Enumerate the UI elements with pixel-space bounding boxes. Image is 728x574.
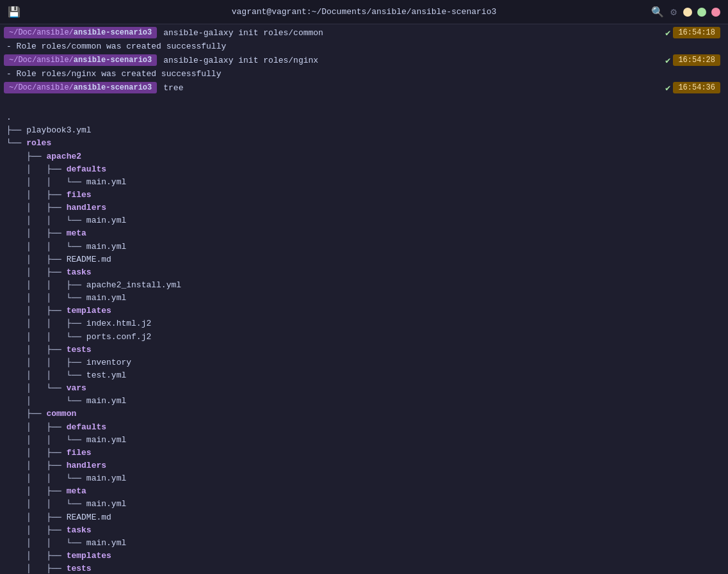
window-controls <box>683 8 720 17</box>
tree-line: │ │ └── main.yml <box>6 435 126 445</box>
command-row-1: ~/Doc/ansible/ansible-scenario3 ansible-… <box>0 24 728 41</box>
tree-line: │ ├── tests <box>6 564 92 573</box>
command-text-2: ansible-galaxy init roles/nginx <box>161 56 665 65</box>
titlebar-left: 💾 <box>8 6 20 19</box>
tree-line: │ ├── handlers <box>6 461 106 470</box>
tree-line: │ ├── defaults <box>6 164 106 174</box>
tree-line: │ │ └── main.yml <box>6 293 126 303</box>
tree-line: ├── common <box>6 409 76 419</box>
output-line-2: - Role roles/nginx was created successfu… <box>0 68 728 79</box>
search-icon[interactable]: 🔍 <box>651 6 664 19</box>
tree-line: │ ├── README.md <box>6 513 111 522</box>
tree-line: │ ├── defaults <box>6 422 106 432</box>
tree-line: │ ├── README.md <box>6 255 111 264</box>
tree-line: │ ├── tasks <box>6 267 92 277</box>
tree-line: │ ├── handlers <box>6 203 106 212</box>
command-text-3: tree <box>161 83 665 93</box>
terminal: ~/Doc/ansible/ansible-scenario3 ansible-… <box>0 24 728 574</box>
tree-output: . ├── playbook3.yml └── roles ├── apache… <box>0 96 728 574</box>
time-badge-2: 16:54:28 <box>673 54 720 66</box>
check-icon-2: ✔ <box>665 55 670 66</box>
tree-line: │ ├── templates <box>6 306 111 315</box>
tree-line: │ │ └── main.yml <box>6 177 126 187</box>
tree-line: │ │ └── main.yml <box>6 499 126 509</box>
tree-root: . <box>6 113 12 122</box>
tree-line: │ ├── meta <box>6 228 86 238</box>
minimize-button[interactable] <box>683 8 692 17</box>
command-text-1: ansible-galaxy init roles/common <box>161 28 665 38</box>
tree-line: │ └── vars <box>6 383 86 393</box>
tree-line: │ │ └── main.yml <box>6 216 126 225</box>
filter-icon[interactable]: ⚙ <box>670 6 677 19</box>
tree-line: │ ├── tests <box>6 345 92 355</box>
tree-line: │ └── main.yml <box>6 396 126 406</box>
tree-line: ├── apache2 <box>6 152 81 161</box>
prompt-badge-3: ~/Doc/ansible/ansible-scenario3 <box>4 82 157 93</box>
check-icon-3: ✔ <box>665 83 670 93</box>
tree-line: │ │ └── main.yml <box>6 242 126 251</box>
tree-line: │ │ ├── inventory <box>6 358 131 367</box>
tree-line: │ │ └── ports.conf.j2 <box>6 332 151 342</box>
prompt-badge-1: ~/Doc/ansible/ansible-scenario3 <box>4 27 157 38</box>
tree-line: │ ├── files <box>6 448 92 458</box>
save-icon[interactable]: 💾 <box>8 6 20 19</box>
tree-line: │ │ ├── index.html.j2 <box>6 319 151 328</box>
output-line-1: - Role roles/common was created successf… <box>0 41 728 52</box>
time-badge-3: 16:54:36 <box>673 82 720 93</box>
tree-line: │ ├── templates <box>6 551 111 561</box>
command-row-2: ~/Doc/ansible/ansible-scenario3 ansible-… <box>0 52 728 68</box>
maximize-button[interactable] <box>697 8 706 17</box>
tree-line: │ │ └── main.yml <box>6 474 126 483</box>
tree-line: │ │ ├── apache2_install.yml <box>6 280 181 290</box>
titlebar: 💾 vagrant@vagrant:~/Documents/ansible/an… <box>0 0 728 24</box>
tree-line: │ ├── meta <box>6 486 86 496</box>
prompt-badge-2: ~/Doc/ansible/ansible-scenario3 <box>4 54 157 66</box>
tree-line: │ │ └── test.yml <box>6 371 126 380</box>
tree-line: ├── playbook3.yml <box>6 125 92 135</box>
tree-line: │ │ └── main.yml <box>6 538 126 548</box>
tree-line: └── roles <box>6 138 51 148</box>
time-badge-1: 16:54:18 <box>673 27 720 38</box>
tree-line: │ ├── files <box>6 190 92 200</box>
close-button[interactable] <box>711 8 720 17</box>
titlebar-title: vagrant@vagrant:~/Documents/ansible/ansi… <box>232 7 496 17</box>
check-icon-1: ✔ <box>665 28 670 38</box>
tree-line: │ ├── tasks <box>6 525 92 535</box>
titlebar-icons: 🔍 ⚙ <box>651 6 720 19</box>
command-row-3: ~/Doc/ansible/ansible-scenario3 tree ✔ 1… <box>0 79 728 96</box>
